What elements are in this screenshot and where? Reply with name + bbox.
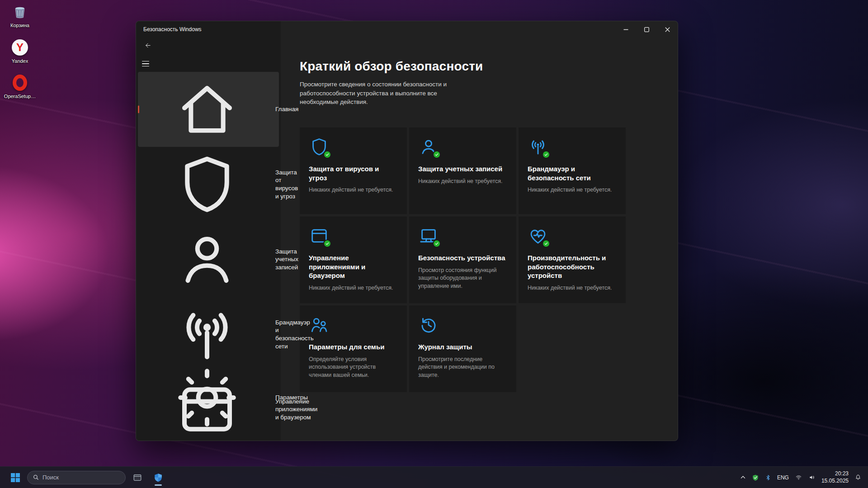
health-icon (528, 225, 548, 246)
taskbar-search[interactable] (27, 471, 126, 484)
taskbar: ENG 20:23 15.05.2025 (0, 466, 868, 488)
card-title: Производительность и работоспособность у… (528, 253, 617, 280)
sidebar: Главная Защита от вирусов и угроз Защита… (136, 21, 281, 441)
card-title: Защита от вирусов и угроз (309, 164, 398, 182)
card-description: Никаких действий не требуется. (309, 186, 398, 194)
sidebar-item-label: Брандмауэр и безопасность сети (275, 319, 314, 350)
desktop-icon-yandex[interactable]: Y Yandex (3, 38, 37, 64)
card-title: Защита учетных записей (418, 164, 507, 174)
status-ok-icon (323, 239, 331, 248)
taskbar-clock[interactable]: 20:23 15.05.2025 (821, 470, 849, 484)
page-title: Краткий обзор безопасности (300, 59, 660, 74)
desktop-icon-label: OperaSetup… (4, 94, 36, 99)
security-cards-grid: Защита от вирусов и угроз Никаких действ… (300, 127, 660, 392)
shield-icon (309, 136, 330, 157)
desktop-icon-label: Корзина (10, 23, 29, 28)
hidden-icons-chevron[interactable] (740, 474, 746, 480)
start-button[interactable] (6, 469, 24, 487)
network-icon (528, 136, 548, 157)
notifications-bell-icon[interactable] (854, 474, 862, 481)
card-title: Параметры для семьи (309, 343, 398, 352)
desktop-icon-label: Yandex (12, 58, 28, 64)
app-window-icon (309, 225, 330, 246)
family-icon (309, 314, 330, 335)
status-ok-icon (433, 150, 441, 159)
card-description: Просмотрите последние действия и рекомен… (418, 356, 507, 380)
card-device-security[interactable]: Безопасность устройства Просмотр состоян… (409, 216, 516, 303)
window-title: Безопасность Windows (143, 26, 202, 33)
bluetooth-tray-icon[interactable] (765, 474, 771, 481)
sidebar-bottom: Параметры (138, 360, 279, 435)
search-input[interactable] (42, 474, 120, 481)
sidebar-item-label: Защита от вирусов и угроз (275, 169, 298, 200)
card-device-performance[interactable]: Производительность и работоспособность у… (519, 216, 626, 303)
window-caption-buttons (615, 21, 678, 38)
card-title: Управление приложениями и браузером (309, 253, 398, 280)
card-virus-protection[interactable]: Защита от вирусов и угроз Никаких действ… (300, 127, 407, 214)
security-tray-icon[interactable] (752, 474, 759, 481)
minimize-button[interactable] (615, 21, 636, 38)
card-protection-history[interactable]: Журнал защиты Просмотрите последние дейс… (409, 305, 516, 392)
page-subtitle: Просмотрите сведения о состоянии безопас… (300, 80, 477, 107)
status-ok-icon (542, 239, 550, 248)
laptop-icon (418, 225, 439, 246)
card-family-options[interactable]: Параметры для семьи Определяйте условия … (300, 305, 407, 392)
close-button[interactable] (657, 21, 678, 38)
desktop-icon-opera-setup[interactable]: OperaSetup… (3, 74, 37, 99)
card-title: Безопасность устройства (418, 253, 507, 263)
windows-security-window: Безопасность Windows Главная (136, 21, 678, 441)
card-description: Никаких действий не требуется. (309, 284, 398, 292)
volume-icon[interactable] (808, 474, 816, 481)
opera-installer-icon (11, 74, 29, 92)
card-description: Просмотр состояния функций защиты оборуд… (418, 267, 507, 291)
card-account-protection[interactable]: Защита учетных записей Никаких действий … (409, 127, 516, 214)
app-window-icon (132, 473, 142, 483)
yandex-browser-icon: Y (11, 38, 29, 56)
language-indicator[interactable]: ENG (777, 474, 789, 481)
card-description: Никаких действий не требуется. (528, 284, 617, 292)
home-icon (145, 75, 269, 143)
desktop-icon-recycle-bin[interactable]: Корзина (3, 3, 37, 28)
system-tray: ENG 20:23 15.05.2025 (740, 470, 868, 484)
network-icon[interactable] (795, 474, 802, 481)
recycle-bin-icon (11, 3, 29, 21)
clock-time: 20:23 (835, 470, 849, 478)
back-button[interactable] (142, 40, 153, 50)
card-firewall[interactable]: Брандмауэр и безопасность сети Никаких д… (519, 127, 626, 214)
status-ok-icon (323, 150, 331, 159)
status-ok-icon (542, 150, 550, 159)
main-content: Краткий обзор безопасности Просмотрите с… (281, 21, 678, 441)
desktop-icons: Корзина Y Yandex OperaSetup… (3, 3, 37, 99)
taskbar-left (0, 469, 167, 487)
gear-icon (145, 364, 269, 432)
card-title: Журнал защиты (418, 343, 507, 352)
sidebar-item-settings[interactable]: Параметры (138, 360, 279, 435)
window-titlebar[interactable]: Безопасность Windows (136, 21, 678, 38)
card-description: Никаких действий не требуется. (418, 178, 507, 186)
card-description: Определяйте условия использования устрой… (309, 356, 398, 380)
windows-security-shield-icon (153, 473, 163, 483)
shield-icon (145, 150, 269, 218)
search-icon (33, 474, 39, 480)
sidebar-item-home[interactable]: Главная (138, 72, 279, 147)
sidebar-item-label: Защита учетных записей (275, 248, 298, 272)
card-app-browser-control[interactable]: Управление приложениями и браузером Ника… (300, 216, 407, 303)
card-description: Никаких действий не требуется. (528, 186, 617, 194)
windows-logo-icon (11, 473, 20, 482)
sidebar-item-label: Главная (275, 105, 298, 113)
clock-date: 15.05.2025 (821, 478, 849, 485)
sidebar-item-account-protection[interactable]: Защита учетных записей (138, 222, 279, 297)
taskbar-app-window[interactable] (128, 469, 146, 487)
card-title: Брандмауэр и безопасность сети (528, 164, 617, 182)
taskbar-app-windows-security[interactable] (149, 469, 167, 487)
sidebar-item-label: Параметры (275, 394, 308, 402)
maximize-button[interactable] (636, 21, 657, 38)
person-icon (418, 136, 439, 157)
person-icon (145, 225, 269, 293)
hamburger-menu-button[interactable] (142, 59, 152, 68)
network-icon (145, 300, 269, 368)
history-icon (418, 314, 439, 335)
status-ok-icon (433, 239, 441, 248)
sidebar-item-virus-protection[interactable]: Защита от вирусов и угроз (138, 147, 279, 222)
